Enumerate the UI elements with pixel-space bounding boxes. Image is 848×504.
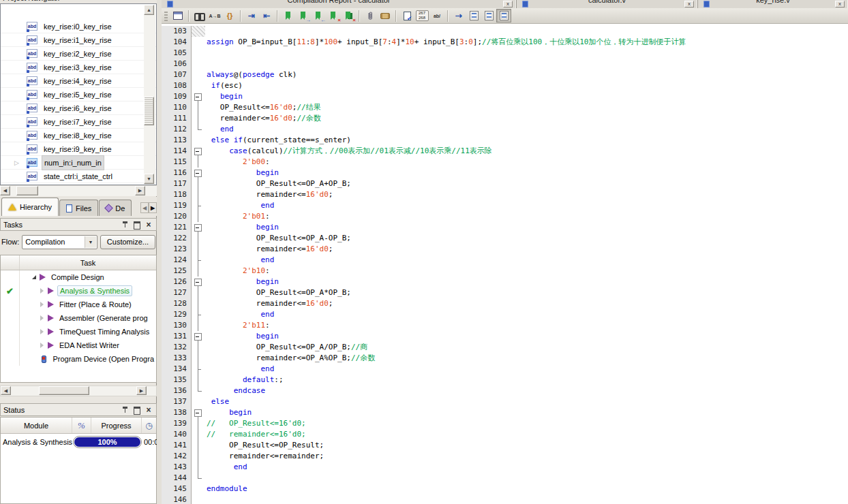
find-icon[interactable] <box>192 9 207 22</box>
navigator-item[interactable]: abdkey_rise:i3_key_rise <box>1 61 156 74</box>
expand-arrow-icon[interactable] <box>40 329 44 334</box>
code-line[interactable]: 141 OP_Result<=OP_Result; <box>162 440 848 451</box>
close-icon[interactable]: x <box>835 1 845 7</box>
tab-scroll-right-button[interactable]: ▶ <box>149 202 157 213</box>
expand-arrow-icon[interactable] <box>40 288 44 294</box>
task-row[interactable]: Program Device (Open Progra <box>1 352 156 366</box>
navigator-item[interactable]: ▷abdnum_in:i_num_in <box>1 156 156 170</box>
navigator-item[interactable]: abdkey_rise:i9_key_rise <box>1 142 156 156</box>
task-row[interactable]: TimeQuest Timing Analysis <box>1 325 156 338</box>
bookmark-delete-all-icon[interactable]: × <box>341 9 356 22</box>
panel-splitter[interactable] <box>157 0 162 504</box>
code-line[interactable]: 112 end <box>162 124 848 135</box>
run-task-icon[interactable] <box>48 342 54 349</box>
code-line[interactable]: 139// OP_Result<=16'd0; <box>162 418 848 429</box>
code-line[interactable]: 116 begin <box>162 168 848 178</box>
close-icon[interactable]: x <box>684 1 694 7</box>
scroll-left-button[interactable]: ◀ <box>0 186 10 195</box>
navigator-item[interactable]: abdkey_rise:i6_key_rise <box>1 101 156 115</box>
navigator-horizontal-scrollbar[interactable]: ◀ ▶ <box>0 185 157 196</box>
code-line[interactable]: 135 default:; <box>162 375 848 385</box>
code-line[interactable]: 145endmodule <box>162 484 848 494</box>
code-line[interactable]: 127 OP_Result<=OP_A*OP_B; <box>162 287 848 298</box>
code-line[interactable]: 142 remainder<=remainder; <box>162 451 848 462</box>
code-line[interactable]: 122 OP_Result<=OP_A-OP_B; <box>162 233 848 244</box>
code-line[interactable]: 140// remainder<=16'd0; <box>162 429 848 440</box>
tab-design-units[interactable]: De <box>99 200 132 216</box>
task-row[interactable]: ✔Analysis & Synthesis <box>1 284 156 298</box>
code-line[interactable]: 120 2'b01: <box>162 211 848 222</box>
code-line[interactable]: 117 OP_Result<=OP_A+OP_B; <box>162 178 848 189</box>
report-list-icon[interactable] <box>466 9 481 22</box>
code-line[interactable]: 121 begin <box>162 222 848 233</box>
run-task-icon[interactable] <box>48 328 54 335</box>
code-line[interactable]: 113 else if(current_state==s_enter) <box>162 135 848 146</box>
code-line[interactable]: 103 <box>162 26 848 37</box>
float-window-icon[interactable] <box>132 220 142 229</box>
replace-icon[interactable]: A→B <box>207 9 222 22</box>
fold-collapse-icon[interactable] <box>192 222 205 233</box>
bookmark-delete-icon[interactable]: × <box>326 9 341 22</box>
code-line[interactable]: 137 else <box>162 396 848 407</box>
code-line[interactable]: 114 case(calcul)//计算方式，//00表示加//01表示减//1… <box>162 146 848 157</box>
code-line[interactable]: 115 2'b00: <box>162 157 848 168</box>
fold-collapse-icon[interactable] <box>192 91 205 102</box>
navigator-item[interactable]: abdkey_rise:i2_key_rise <box>1 47 156 61</box>
task-row[interactable]: EDA Netlist Writer <box>1 338 156 352</box>
task-row[interactable]: Fitter (Place & Route) <box>1 298 156 311</box>
code-line[interactable]: 138 begin <box>162 407 848 418</box>
navigator-item[interactable]: abdkey_rise:i0_key_rise <box>1 20 156 33</box>
scroll-down-button[interactable]: ▼ <box>144 174 154 184</box>
report-detail-icon[interactable] <box>496 9 511 22</box>
match-braces-icon[interactable]: {} <box>222 9 237 22</box>
bookmark-next-icon[interactable]: → <box>296 9 311 22</box>
code-line[interactable]: 110 OP_Result<=16'd0;//结果 <box>162 102 848 113</box>
run-task-icon[interactable] <box>48 287 54 294</box>
navigator-item[interactable]: abdkey_rise:i7_key_rise <box>1 115 156 129</box>
scroll-up-button[interactable]: ▲ <box>144 5 154 15</box>
expand-arrow-icon[interactable] <box>40 315 44 321</box>
goto-location-icon[interactable]: ⇢ <box>451 9 466 22</box>
code-line[interactable]: 124 end <box>162 255 848 266</box>
customize-button[interactable]: Customize... <box>100 235 155 249</box>
bookmark-previous-icon[interactable]: ← <box>311 9 326 22</box>
scroll-thumb[interactable] <box>144 97 154 125</box>
code-line[interactable]: 105 <box>162 48 848 59</box>
outdent-icon[interactable]: ⇤ <box>259 9 274 22</box>
insert-template-icon[interactable] <box>378 9 393 22</box>
run-task-icon[interactable] <box>48 315 54 321</box>
window-caption-calculator-v[interactable]: calculator.v x <box>517 0 698 8</box>
code-line[interactable]: 109 begin <box>162 91 848 102</box>
code-line[interactable]: 111 remainder<=16'd0;//余数 <box>162 113 848 124</box>
task-row[interactable]: Compile Design <box>1 270 156 284</box>
flow-select[interactable]: Compilation ▼ <box>22 235 97 249</box>
run-task-icon[interactable] <box>48 301 54 308</box>
code-editor[interactable]: 103104assign OP_B=input_B[11:8]*100+ inp… <box>162 24 848 504</box>
close-icon[interactable]: × <box>144 405 153 414</box>
fold-collapse-icon[interactable] <box>192 277 205 287</box>
fold-collapse-icon[interactable] <box>192 407 205 418</box>
toolbar-grip[interactable] <box>164 10 168 21</box>
code-line[interactable]: 130 2'b11: <box>162 320 848 331</box>
navigator-item[interactable]: abdkey_rise:i4_key_rise <box>1 74 156 88</box>
bookmark-toggle-icon[interactable] <box>281 9 296 22</box>
tab-files[interactable]: Files <box>59 200 98 216</box>
comment-icon[interactable]: ab/ <box>429 9 444 22</box>
pin-icon[interactable] <box>121 220 130 229</box>
code-line[interactable]: 128 remainder<=16'd0; <box>162 298 848 309</box>
code-line[interactable]: 146 <box>162 494 848 504</box>
fullscreen-toggle-icon[interactable] <box>170 9 185 22</box>
code-line[interactable]: 123 remainder<=16'd0; <box>162 244 848 255</box>
project-navigator-list[interactable]: abdkey_rise:i0_key_riseabdkey_rise:i1_ke… <box>0 3 157 185</box>
code-line[interactable]: 119 end <box>162 200 848 211</box>
tab-scroll-left-button[interactable]: ◀ <box>140 202 149 213</box>
fold-collapse-icon[interactable] <box>192 168 205 178</box>
code-line[interactable]: 104assign OP_B=input_B[11:8]*100+ input_… <box>162 37 848 48</box>
expand-arrow-icon[interactable] <box>40 343 44 348</box>
run-task-icon[interactable] <box>40 274 46 281</box>
code-line[interactable]: 129 end <box>162 309 848 320</box>
code-line[interactable]: 133 remainder<=OP_A%OP_B;//余数 <box>162 353 848 364</box>
pin-icon[interactable] <box>121 405 130 414</box>
scroll-thumb[interactable] <box>16 186 38 195</box>
attach-paperclip-icon[interactable] <box>363 9 378 22</box>
